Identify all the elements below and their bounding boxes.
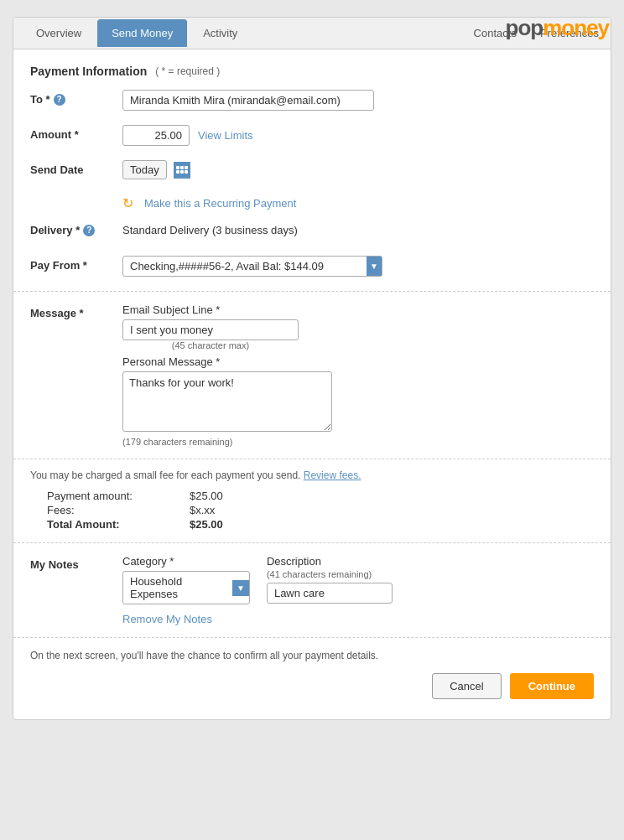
category-arrow: ▼ bbox=[232, 580, 249, 596]
remove-notes-link[interactable]: Remove My Notes bbox=[122, 613, 594, 625]
payment-amount-label: Payment amount: bbox=[47, 490, 156, 502]
category-select[interactable]: Household Expenses ▼ bbox=[122, 571, 250, 604]
pay-from-arrow: ▼ bbox=[367, 257, 382, 276]
category-label: Category * bbox=[122, 555, 250, 568]
tab-overview[interactable]: Overview bbox=[22, 19, 96, 47]
calendar-grid bbox=[176, 166, 188, 174]
category-value: Household Expenses bbox=[123, 572, 232, 604]
continue-button[interactable]: Continue bbox=[510, 673, 594, 699]
chars-remaining: (179 characters remaining) bbox=[122, 437, 594, 447]
section-header: Payment Information ( * = required ) bbox=[30, 65, 594, 78]
total-value: $25.00 bbox=[190, 518, 223, 531]
tab-activity[interactable]: Activity bbox=[189, 19, 252, 47]
category-area: Category * Household Expenses ▼ bbox=[122, 555, 250, 604]
amount-input[interactable] bbox=[122, 125, 190, 146]
payment-amount-row: Payment amount: $25.00 bbox=[47, 490, 594, 502]
recurring-row: ↻ Make this a Recurring Payment bbox=[30, 195, 594, 210]
logo-pop: pop bbox=[506, 15, 543, 40]
description-area: Description (41 characters remaining) bbox=[267, 555, 393, 604]
message-fields: Email Subject Line * (45 character max) … bbox=[122, 303, 594, 447]
notes-fields: Category * Household Expenses ▼ Descript… bbox=[122, 555, 594, 625]
today-button[interactable]: Today bbox=[122, 160, 167, 179]
delivery-control: Standard Delivery (3 business days) bbox=[122, 220, 594, 236]
required-note: ( * = required ) bbox=[155, 65, 220, 77]
total-row: Total Amount: $25.00 bbox=[47, 518, 594, 531]
action-buttons: Cancel Continue bbox=[30, 673, 594, 699]
amount-control: View Limits bbox=[122, 125, 594, 146]
message-section: Message * Email Subject Line * (45 chara… bbox=[13, 291, 611, 459]
description-input[interactable] bbox=[267, 583, 393, 604]
amount-label: Amount * bbox=[30, 125, 122, 141]
amount-row: Amount * View Limits bbox=[30, 125, 594, 148]
bottom-section: On the next screen, you'll have the chan… bbox=[13, 637, 611, 711]
to-input[interactable] bbox=[122, 90, 374, 111]
notes-row: Category * Household Expenses ▼ Descript… bbox=[122, 555, 594, 604]
confirm-notice: On the next screen, you'll have the chan… bbox=[30, 650, 594, 661]
delivery-text: Standard Delivery (3 business days) bbox=[122, 220, 594, 236]
fee-table: Payment amount: $25.00 Fees: $x.xx Total… bbox=[47, 490, 594, 531]
send-date-area: Today bbox=[122, 160, 594, 179]
popmoney-logo: popmoney bbox=[506, 15, 609, 41]
delivery-row: Delivery * ? Standard Delivery (3 busine… bbox=[30, 220, 594, 244]
logo-money: money bbox=[543, 15, 609, 40]
payment-amount-value: $25.00 bbox=[190, 490, 223, 502]
to-label: To * ? bbox=[30, 90, 122, 106]
fees-label: Fees: bbox=[47, 504, 156, 516]
description-label: Description bbox=[267, 555, 393, 568]
fees-row: Fees: $x.xx bbox=[47, 504, 594, 516]
pay-from-control: Checking,#####56-2, Avail Bal: $144.09 ▼ bbox=[122, 256, 594, 277]
email-subject-input[interactable] bbox=[122, 319, 299, 340]
char-max: (45 character max) bbox=[122, 340, 299, 350]
email-subject-label: Email Subject Line * bbox=[122, 303, 594, 316]
pay-from-row: Pay From * Checking,#####56-2, Avail Bal… bbox=[30, 256, 594, 279]
calendar-icon[interactable] bbox=[174, 162, 190, 179]
fee-notice: You may be charged a small fee for each … bbox=[30, 469, 594, 481]
review-fees-link[interactable]: Review fees. bbox=[304, 469, 361, 481]
pay-from-select[interactable]: Checking,#####56-2, Avail Bal: $144.09 ▼ bbox=[122, 256, 382, 277]
delivery-help-icon[interactable]: ? bbox=[83, 225, 95, 236]
send-date-row: Send Date Today bbox=[30, 160, 594, 184]
recurring-icon: ↻ bbox=[122, 195, 138, 210]
tab-send-money[interactable]: Send Money bbox=[97, 19, 187, 47]
recurring-link[interactable]: Make this a Recurring Payment bbox=[144, 197, 296, 210]
fees-value: $x.xx bbox=[190, 504, 215, 516]
pay-from-value: Checking,#####56-2, Avail Bal: $144.09 bbox=[130, 260, 360, 272]
to-help-icon[interactable]: ? bbox=[54, 94, 65, 106]
notes-section: My Notes Category * Household Expenses ▼ bbox=[13, 542, 611, 637]
total-label: Total Amount: bbox=[47, 518, 156, 531]
message-section-inner: Message * Email Subject Line * (45 chara… bbox=[30, 303, 594, 447]
message-label: Message * bbox=[30, 303, 122, 319]
pay-from-label: Pay From * bbox=[30, 256, 122, 272]
to-control bbox=[122, 90, 594, 111]
send-date-label: Send Date bbox=[30, 160, 122, 176]
desc-chars: (41 characters remaining) bbox=[267, 569, 393, 579]
main-card: Overview Send Money Activity Contacts Pr… bbox=[13, 17, 611, 720]
delivery-label: Delivery * ? bbox=[30, 220, 122, 236]
notes-label: My Notes bbox=[30, 555, 122, 571]
form-area: Payment Information ( * = required ) To … bbox=[13, 49, 611, 719]
notes-inner: My Notes Category * Household Expenses ▼ bbox=[30, 555, 594, 625]
personal-msg-label: Personal Message * bbox=[122, 355, 594, 368]
payment-info-title: Payment Information bbox=[30, 65, 147, 78]
cancel-button[interactable]: Cancel bbox=[432, 673, 501, 699]
to-row: To * ? bbox=[30, 90, 594, 113]
personal-message-textarea[interactable]: Thanks for your work! bbox=[122, 371, 332, 432]
fee-section: You may be charged a small fee for each … bbox=[13, 459, 611, 542]
view-limits-link[interactable]: View Limits bbox=[198, 129, 253, 142]
send-date-control: Today bbox=[122, 160, 594, 179]
